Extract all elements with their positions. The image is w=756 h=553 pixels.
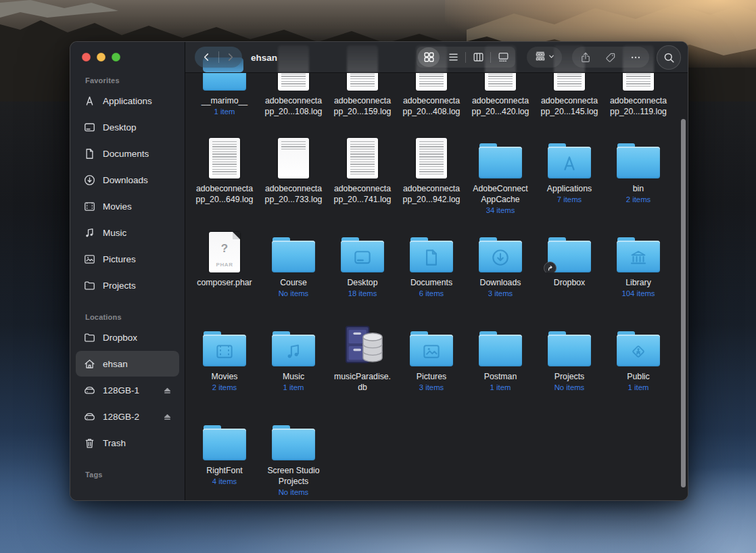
pictures-icon (82, 252, 96, 266)
file-item-applications[interactable]: Applications 7 items (535, 134, 604, 228)
file-item-adobeconnecta-pp-20-942-log[interactable]: adobeconnecta pp_20...942.log (397, 134, 466, 228)
sidebar-item-trash[interactable]: Trash (76, 430, 179, 456)
file-item-desktop[interactable]: Desktop 18 items (328, 228, 397, 322)
file-name: Screen Studio Projects (267, 465, 319, 487)
file-item-count: 4 items (212, 477, 237, 486)
file-item-count: 1 item (283, 383, 304, 392)
back-button[interactable] (195, 47, 218, 68)
file-name: Dropbox (554, 277, 585, 288)
file-item-marimo[interactable]: __marimo__ 1 item (190, 73, 259, 134)
file-name: Library (625, 277, 651, 288)
view-gallery-button[interactable] (491, 47, 515, 68)
folder-icon (617, 331, 660, 366)
disk-icon (82, 410, 96, 423)
folder-icon (548, 237, 591, 272)
sidebar-item-128gb-1[interactable]: 128GB-1 (76, 377, 179, 403)
vertical-scrollbar[interactable] (681, 119, 686, 487)
sidebar-item-applications[interactable]: Applications (76, 88, 179, 114)
tag-button[interactable] (599, 47, 622, 68)
file-item-adobeconnecta-pp-20-119-log[interactable]: adobeconnecta pp_20...119.log (604, 73, 673, 134)
file-name: composer.phar (197, 277, 252, 288)
file-item-projects[interactable]: Projects No items (535, 322, 604, 416)
group-by-button[interactable] (527, 47, 562, 68)
sidebar-item-music[interactable]: Music (76, 220, 179, 245)
view-columns-button[interactable] (466, 47, 490, 68)
file-name: Movies (212, 371, 238, 382)
folder-icon (82, 331, 96, 344)
file-item-adobeconnecta-pp-20-159-log[interactable]: adobeconnecta pp_20...159.log (328, 73, 397, 134)
log-file-icon (278, 138, 309, 178)
sidebar-item-dropbox[interactable]: Dropbox (76, 324, 179, 350)
file-item-postman[interactable]: Postman 1 item (466, 322, 535, 416)
file-name: musicParadise. db (334, 371, 391, 393)
sidebar-item-ehsan[interactable]: ehsan (76, 351, 179, 377)
file-item-composer-phar[interactable]: ?PHAR composer.phar (190, 228, 259, 322)
toolbar: ehsan (185, 42, 688, 73)
file-name: adobeconnecta pp_20...733.log (265, 183, 323, 205)
share-button[interactable] (574, 47, 597, 68)
log-file-icon (623, 73, 654, 91)
file-item-public[interactable]: Public 1 item (604, 322, 673, 416)
file-name: bin (633, 183, 644, 194)
more-button[interactable] (624, 47, 647, 68)
file-item-adobeconnect-appcache[interactable]: AdobeConnect AppCache 34 items (466, 134, 535, 228)
public-glyph-icon (628, 341, 648, 362)
minimize-button[interactable] (97, 53, 105, 62)
file-name: RightFont (206, 465, 242, 476)
sidebar-item-pictures[interactable]: Pictures (76, 246, 179, 272)
file-name: adobeconnecta pp_20...119.log (610, 95, 667, 117)
file-item-count: 3 items (488, 289, 513, 298)
folder-icon (203, 425, 246, 460)
file-item-pictures[interactable]: Pictures 3 items (397, 322, 466, 416)
file-item-adobeconnecta-pp-20-145-log[interactable]: adobeconnecta pp_20...145.log (535, 73, 604, 134)
sidebar-section-header: Locations (85, 313, 175, 321)
file-name: adobeconnecta pp_20...741.log (334, 183, 392, 205)
zoom-button[interactable] (112, 53, 120, 62)
sidebar-item-label: 128GB-1 (103, 385, 139, 395)
file-item-rightfont[interactable]: RightFont 4 items (190, 416, 259, 500)
file-item-music[interactable]: Music 1 item (259, 322, 328, 416)
forward-button[interactable] (219, 47, 243, 68)
close-button[interactable] (82, 53, 91, 62)
movies-glyph-icon (214, 341, 235, 362)
file-item-adobeconnecta-pp-20-741-log[interactable]: adobeconnecta pp_20...741.log (328, 134, 397, 228)
file-item-musicparadise-db[interactable]: musicParadise. db (328, 322, 397, 416)
folder-icon (272, 237, 315, 272)
folder-icon (341, 237, 384, 272)
file-name: adobeconnecta pp_20...649.log (196, 183, 254, 205)
file-item-movies[interactable]: Movies 2 items (190, 322, 259, 416)
sidebar-item-downloads[interactable]: Downloads (76, 167, 179, 193)
search-button[interactable] (657, 45, 681, 70)
folder-icon (410, 331, 453, 366)
folder-icon (410, 237, 453, 272)
view-list-button[interactable] (441, 47, 465, 68)
file-item-dropbox[interactable]: Dropbox (535, 228, 604, 322)
file-item-adobeconnecta-pp-20-108-log[interactable]: adobeconnecta pp_20...108.log (259, 73, 328, 134)
sidebar-item-label: Dropbox (103, 333, 137, 343)
downloads-glyph-icon (490, 247, 511, 268)
file-item-course[interactable]: Course No items (259, 228, 328, 322)
eject-icon[interactable] (162, 385, 172, 395)
file-item-library[interactable]: Library 104 items (604, 228, 673, 322)
file-item-adobeconnecta-pp-20-408-log[interactable]: adobeconnecta pp_20...408.log (397, 73, 466, 134)
file-item-count: 1 item (628, 383, 649, 392)
file-item-adobeconnecta-pp-20-649-log[interactable]: adobeconnecta pp_20...649.log (190, 134, 259, 228)
view-grid-button[interactable] (417, 47, 441, 68)
file-item-downloads[interactable]: Downloads 3 items (466, 228, 535, 322)
sidebar-item-projects[interactable]: Projects (76, 272, 179, 298)
finder-window: Favorites Applications Desktop Documents… (70, 41, 688, 501)
desktop-glyph-icon (352, 247, 373, 268)
file-item-bin[interactable]: bin 2 items (604, 134, 673, 228)
file-name: Course (280, 277, 307, 288)
file-item-adobeconnecta-pp-20-733-log[interactable]: adobeconnecta pp_20...733.log (259, 134, 328, 228)
file-item-screen-studio-projects[interactable]: Screen Studio Projects No items (259, 416, 328, 500)
sidebar-item-movies[interactable]: Movies (76, 193, 179, 219)
file-item-documents[interactable]: Documents 6 items (397, 228, 466, 322)
file-name: adobeconnecta pp_20...420.log (472, 95, 529, 117)
file-item-adobeconnecta-pp-20-420-log[interactable]: adobeconnecta pp_20...420.log (466, 73, 535, 134)
eject-icon[interactable] (162, 412, 172, 422)
sidebar-item-documents[interactable]: Documents (76, 141, 179, 166)
sidebar-item-128gb-2[interactable]: 128GB-2 (76, 404, 179, 429)
sidebar-item-desktop[interactable]: Desktop (76, 114, 179, 140)
movies-icon (82, 199, 96, 213)
